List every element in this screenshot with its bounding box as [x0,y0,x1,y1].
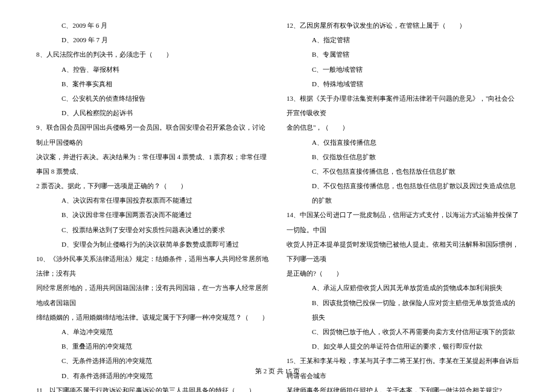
q9-stem-line2: 决议案，并进行表决。表决结果为：常任理事国 4 票赞成、1 票弃权；非常任理事国… [36,150,268,179]
q9-option-a: A、决议因有常任理事国投弃权票而不能通过 [36,193,268,207]
q14-option-d: D、如交单人提交的单证符合信用证的要求，银行即应付款 [287,339,519,353]
q9-option-c: C、投票结果达到了安理会对实质性问题表决通过的要求 [36,223,268,237]
q14-option-c: C、因货物已放于他人，收货人不再需要向卖方支付信用证项下的货款 [287,324,519,339]
q9-option-d: D、安理会为制止侵略行为的决议获简单多数赞成票即可通过 [36,237,268,251]
q14-stem-line2: 收货人持正本提单提货时发现货物已被他人提走。依相关司法解释和国际惯例，下列哪一选… [287,237,519,266]
q10-stem-line1: 10、《涉外民事关系法律适用法》规定：结婚条件，适用当事人共同经常居所地法律；没… [36,251,268,280]
left-column: C、2009 年 6 月 D、2009 年 7 月 8、人民法院作出的判决书，必… [30,18,278,353]
right-column: 12、乙因房屋所有权争议发生的诉讼，在管辖上属于（ ） A、指定管辖 B、专属管… [278,18,525,353]
q7-option-c: C、2009 年 6 月 [36,18,268,33]
q10-option-b: B、重叠适用的冲突规范 [36,339,268,353]
q14-stem-line3: 是正确的?（ ） [287,266,519,280]
q9-stem-line1: 9、联合国会员国甲国出兵侵略另一会员国。联合国安理会召开紧急会议，讨论制止甲国侵… [36,120,268,149]
q14-stem-line1: 14、中国某公司进口了一批皮制品，信用证方式支付，以海运方式运输并投保了一切险。… [287,207,519,236]
q7-option-d: D、2009 年 7 月 [36,33,268,47]
q8-option-a: A、控告、举报材料 [36,62,268,77]
q9-option-b: B、决议因非常任理事国两票否决而不能通过 [36,207,268,222]
q10-option-a: A、单边冲突规范 [36,324,268,339]
q10-stem-line2: 同经常居所地的，适用共同国籍国法律；没有共同国籍，在一方当事人经常居所地或者国籍… [36,280,268,309]
q14-option-a: A、承运人应赔偿收货人因其无单放货造成的货物成本加利润损失 [287,280,519,295]
q12-option-b: B、专属管辖 [287,47,519,62]
page-content: C、2009 年 6 月 D、2009 年 7 月 8、人民法院作出的判决书，必… [0,0,555,359]
q10-option-d: D、有条件选择适用的冲突规范 [36,368,268,383]
q13-option-a: A、仅指直接传播信息 [287,135,519,150]
q10-stem-line3: 缔结婚姻的，适用婚姻缔结地法律。该规定属于下列哪一种冲突规范？（ ） [36,310,268,324]
q13-option-c: C、不仅包括直接传播信息，也包括放任信息扩散 [287,164,519,179]
q11-stem: 11、以下哪项不属于行政诉讼和民事诉讼的第三人共同具备的特征（ ） [36,383,268,392]
q12-option-c: C、一般地域管辖 [287,62,519,77]
q15-stem-line2: 某律师事务所赵律师担任辩护人。关于本案，下列哪一做法符合相关规定? [287,383,519,392]
q12-option-a: A、指定管辖 [287,33,519,47]
q14-option-b: B、因该批货物已投保一切险，故保险人应对货主赔偿无单放货造成的损失 [287,296,519,324]
q8-option-b: B、案件事实真相 [36,77,268,91]
q12-option-d: D、特殊地域管辖 [287,77,519,91]
q8-option-d: D、人民检察院的起诉书 [36,106,268,120]
q13-stem-line2: 金的信息"，（ ） [287,120,519,134]
q13-option-b: B、仅指放任信息扩散 [287,150,519,164]
q8-option-c: C、公安机关的侦查终结报告 [36,91,268,106]
q15-stem-line1: 15、王某和李某斗殴，李某与其子李二将王某打伤。李某在王某提起刑事自诉后聘请省会… [287,353,519,382]
q13-stem-line1: 13、根据《关于办理非法集资刑事案件适用法律若干问题的意见》，"向社会公开宣传吸… [287,91,519,120]
q12-stem: 12、乙因房屋所有权争议发生的诉讼，在管辖上属于（ ） [287,18,519,33]
q13-option-d: D、不仅包括直接传播信息，也包括放任信息扩散以及因过失造成信息的扩散 [287,179,519,207]
q8-stem: 8、人民法院作出的判决书，必须忠于（ ） [36,47,268,62]
q9-stem-line3: 2 票否决。据此，下列哪一选项是正确的？（ ） [36,179,268,193]
q10-option-c: C、无条件选择适用的冲突规范 [36,353,268,368]
